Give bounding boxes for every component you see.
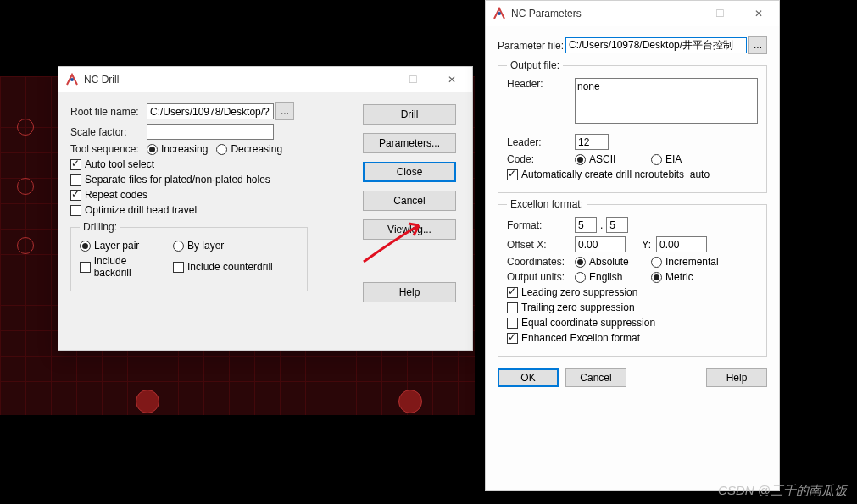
drilling-group: Drilling: Layer pair By layer Include ba… bbox=[70, 221, 308, 291]
minimize-button[interactable]: — bbox=[663, 2, 701, 26]
auto-tool-check[interactable]: Auto tool select bbox=[70, 158, 154, 170]
format-dot: . bbox=[600, 219, 603, 231]
help-button[interactable]: Help bbox=[706, 368, 767, 387]
offsety-input[interactable] bbox=[656, 236, 707, 252]
coords-label: Coordinates: bbox=[507, 256, 575, 268]
scale-input[interactable] bbox=[147, 124, 274, 140]
app-icon bbox=[492, 7, 506, 20]
offsetx-label: Offset X: bbox=[507, 239, 575, 251]
code-label: Code: bbox=[507, 153, 575, 165]
watermark: CSDN @三千的南瓜饭 bbox=[718, 483, 847, 499]
units-label: Output units: bbox=[507, 271, 575, 283]
metric-radio[interactable]: Metric bbox=[651, 271, 693, 283]
app-icon bbox=[65, 73, 79, 86]
leader-label: Leader: bbox=[507, 136, 575, 148]
root-file-label: Root file name: bbox=[70, 106, 147, 118]
cancel-button[interactable]: Cancel bbox=[363, 191, 456, 211]
format2-input[interactable] bbox=[606, 217, 628, 233]
leading-zero-check[interactable]: Leading zero suppression bbox=[507, 286, 637, 298]
nc-parameters-window: NC Parameters — ☐ ✕ Parameter file: ... … bbox=[485, 0, 780, 491]
english-radio[interactable]: English bbox=[575, 271, 643, 283]
drilling-legend: Drilling: bbox=[80, 221, 120, 233]
close-button[interactable]: ✕ bbox=[432, 68, 470, 92]
ok-button[interactable]: OK bbox=[498, 368, 559, 387]
browse-button[interactable]: ... bbox=[748, 36, 767, 54]
svg-point-1 bbox=[498, 12, 501, 15]
scale-label: Scale factor: bbox=[70, 126, 147, 138]
decreasing-radio[interactable]: Decreasing bbox=[216, 143, 282, 155]
offsety-label: Y: bbox=[626, 239, 651, 251]
ascii-radio[interactable]: ASCII bbox=[575, 153, 643, 165]
header-textarea[interactable]: none bbox=[575, 78, 758, 124]
drill-button[interactable]: Drill bbox=[363, 104, 456, 125]
help-button[interactable]: Help bbox=[363, 282, 456, 302]
nc-drill-window: NC Drill — ☐ ✕ Root file name: ... Scale… bbox=[58, 66, 473, 351]
param-file-label: Parameter file: bbox=[498, 40, 565, 52]
parameters-button[interactable]: Parameters... bbox=[363, 133, 456, 153]
excellon-group: Excellon format: Format: . Offset X: Y: … bbox=[498, 198, 767, 357]
leader-input[interactable] bbox=[575, 134, 609, 150]
repeat-codes-check[interactable]: Repeat codes bbox=[70, 189, 147, 201]
eia-radio[interactable]: EIA bbox=[651, 153, 682, 165]
window-title: NC Parameters bbox=[511, 8, 663, 19]
browse-button[interactable]: ... bbox=[275, 102, 294, 120]
excellon-legend: Excellon format: bbox=[507, 198, 587, 210]
output-legend: Output file: bbox=[507, 59, 563, 71]
tool-seq-label: Tool sequence: bbox=[70, 143, 147, 155]
titlebar[interactable]: NC Drill — ☐ ✕ bbox=[58, 67, 472, 92]
incremental-radio[interactable]: Incremental bbox=[651, 256, 719, 268]
minimize-button[interactable]: — bbox=[356, 68, 394, 92]
equal-coord-check[interactable]: Equal coordinate suppression bbox=[507, 317, 655, 329]
maximize-button[interactable]: ☐ bbox=[394, 68, 432, 92]
param-file-input[interactable] bbox=[565, 37, 747, 53]
close-button[interactable]: ✕ bbox=[739, 2, 777, 26]
backdrill-check[interactable]: Include backdrill bbox=[80, 255, 164, 279]
auto-create-check[interactable]: Automatically create drill ncroutebits_a… bbox=[507, 169, 710, 180]
enhanced-check[interactable]: Enhanced Excellon format bbox=[507, 332, 640, 344]
separate-files-check[interactable]: Separate files for plated/non-plated hol… bbox=[70, 174, 270, 186]
increasing-radio[interactable]: Increasing bbox=[147, 143, 208, 155]
layer-pair-radio[interactable]: Layer pair bbox=[80, 240, 164, 252]
by-layer-radio[interactable]: By layer bbox=[173, 240, 224, 252]
counterdrill-check[interactable]: Include counterdrill bbox=[173, 261, 273, 273]
header-label: Header: bbox=[507, 78, 575, 90]
window-title: NC Drill bbox=[84, 74, 356, 86]
output-file-group: Output file: Header: none Leader: Code: … bbox=[498, 59, 767, 193]
cancel-button[interactable]: Cancel bbox=[565, 368, 626, 387]
titlebar[interactable]: NC Parameters — ☐ ✕ bbox=[486, 1, 779, 26]
optimize-check[interactable]: Optimize drill head travel bbox=[70, 204, 197, 216]
offsetx-input[interactable] bbox=[575, 236, 626, 252]
absolute-radio[interactable]: Absolute bbox=[575, 256, 643, 268]
format1-input[interactable] bbox=[575, 217, 597, 233]
svg-point-0 bbox=[70, 78, 74, 81]
maximize-button[interactable]: ☐ bbox=[701, 2, 739, 26]
format-label: Format: bbox=[507, 219, 575, 231]
trailing-zero-check[interactable]: Trailing zero suppression bbox=[507, 302, 635, 313]
root-file-input[interactable] bbox=[147, 103, 274, 119]
viewlog-button[interactable]: Viewlog... bbox=[363, 219, 456, 240]
close-dialog-button[interactable]: Close bbox=[363, 162, 456, 182]
